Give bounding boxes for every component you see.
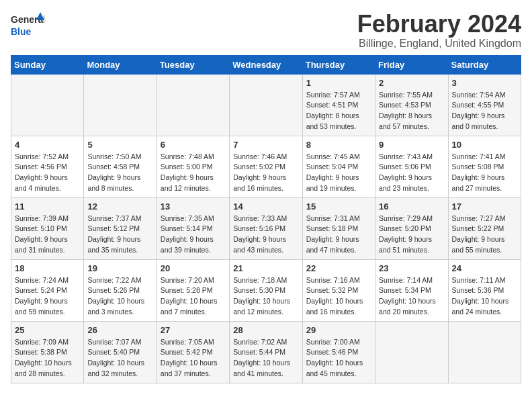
day-number: 7	[233, 140, 298, 150]
week-row-2: 4Sunrise: 7:52 AMSunset: 4:56 PMDaylight…	[11, 136, 521, 197]
calendar-cell: 2Sunrise: 7:55 AMSunset: 4:53 PMDaylight…	[375, 74, 448, 136]
day-number: 3	[452, 78, 517, 88]
calendar-table: SundayMondayTuesdayWednesdayThursdayFrid…	[11, 55, 521, 383]
calendar-cell: 3Sunrise: 7:54 AMSunset: 4:55 PMDaylight…	[448, 74, 521, 136]
day-number: 28	[233, 325, 298, 335]
day-info: Sunrise: 7:52 AMSunset: 4:56 PMDaylight:…	[15, 152, 80, 194]
day-info: Sunrise: 7:39 AMSunset: 5:10 PMDaylight:…	[15, 214, 80, 256]
calendar-cell: 26Sunrise: 7:07 AMSunset: 5:40 PMDayligh…	[84, 321, 157, 383]
day-number: 24	[452, 263, 517, 273]
day-info: Sunrise: 7:29 AMSunset: 5:20 PMDaylight:…	[379, 214, 444, 256]
day-number: 18	[15, 263, 80, 273]
weekday-header-wednesday: Wednesday	[230, 55, 302, 74]
calendar-cell: 24Sunrise: 7:11 AMSunset: 5:36 PMDayligh…	[448, 259, 521, 321]
page-title: February 2024	[357, 11, 521, 38]
week-row-4: 18Sunrise: 7:24 AMSunset: 5:24 PMDayligh…	[11, 259, 521, 321]
day-number: 13	[161, 201, 226, 212]
day-number: 15	[306, 201, 371, 212]
day-number: 4	[15, 140, 80, 150]
calendar-cell: 19Sunrise: 7:22 AMSunset: 5:26 PMDayligh…	[84, 259, 157, 321]
day-info: Sunrise: 7:14 AMSunset: 5:34 PMDaylight:…	[379, 275, 444, 318]
calendar-cell: 1Sunrise: 7:57 AMSunset: 4:51 PMDaylight…	[302, 74, 375, 136]
calendar-cell: 29Sunrise: 7:00 AMSunset: 5:46 PMDayligh…	[302, 321, 375, 383]
day-number: 1	[306, 78, 371, 88]
calendar-cell: 14Sunrise: 7:33 AMSunset: 5:16 PMDayligh…	[230, 197, 302, 259]
day-info: Sunrise: 7:37 AMSunset: 5:12 PMDaylight:…	[87, 214, 152, 256]
calendar-cell: 18Sunrise: 7:24 AMSunset: 5:24 PMDayligh…	[11, 259, 84, 321]
calendar-cell: 20Sunrise: 7:20 AMSunset: 5:28 PMDayligh…	[157, 259, 229, 321]
calendar-cell	[375, 321, 448, 383]
calendar-cell: 17Sunrise: 7:27 AMSunset: 5:22 PMDayligh…	[448, 197, 521, 259]
calendar-cell	[448, 321, 521, 383]
day-info: Sunrise: 7:27 AMSunset: 5:22 PMDaylight:…	[452, 214, 517, 256]
calendar-cell: 5Sunrise: 7:50 AMSunset: 4:58 PMDaylight…	[84, 136, 157, 197]
page-subtitle: Billinge, England, United Kingdom	[357, 38, 521, 50]
day-info: Sunrise: 7:31 AMSunset: 5:18 PMDaylight:…	[306, 214, 371, 256]
calendar-cell: 11Sunrise: 7:39 AMSunset: 5:10 PMDayligh…	[11, 197, 84, 259]
calendar-cell: 23Sunrise: 7:14 AMSunset: 5:34 PMDayligh…	[375, 259, 448, 321]
logo-svg: General Blue	[11, 11, 44, 39]
day-info: Sunrise: 7:35 AMSunset: 5:14 PMDaylight:…	[161, 214, 226, 256]
day-info: Sunrise: 7:54 AMSunset: 4:55 PMDaylight:…	[452, 90, 517, 132]
calendar-cell: 27Sunrise: 7:05 AMSunset: 5:42 PMDayligh…	[157, 321, 229, 383]
calendar-cell: 28Sunrise: 7:02 AMSunset: 5:44 PMDayligh…	[230, 321, 302, 383]
day-info: Sunrise: 7:09 AMSunset: 5:38 PMDaylight:…	[15, 337, 80, 379]
day-number: 10	[452, 140, 517, 150]
svg-text:Blue: Blue	[11, 26, 32, 37]
day-info: Sunrise: 7:43 AMSunset: 5:06 PMDaylight:…	[379, 152, 444, 194]
day-number: 22	[306, 263, 371, 273]
day-number: 9	[379, 140, 444, 150]
calendar-cell	[230, 74, 302, 136]
calendar-cell: 12Sunrise: 7:37 AMSunset: 5:12 PMDayligh…	[84, 197, 157, 259]
weekday-header-thursday: Thursday	[302, 55, 375, 74]
header: General Blue February 2024 Billinge, Eng…	[11, 11, 521, 50]
day-number: 27	[161, 325, 226, 335]
day-info: Sunrise: 7:20 AMSunset: 5:28 PMDaylight:…	[161, 275, 226, 318]
day-info: Sunrise: 7:55 AMSunset: 4:53 PMDaylight:…	[379, 90, 444, 132]
day-info: Sunrise: 7:02 AMSunset: 5:44 PMDaylight:…	[233, 337, 298, 379]
day-info: Sunrise: 7:22 AMSunset: 5:26 PMDaylight:…	[87, 275, 152, 318]
calendar-cell: 4Sunrise: 7:52 AMSunset: 4:56 PMDaylight…	[11, 136, 84, 197]
day-number: 8	[306, 140, 371, 150]
day-number: 2	[379, 78, 444, 88]
day-info: Sunrise: 7:45 AMSunset: 5:04 PMDaylight:…	[306, 152, 371, 194]
day-number: 26	[87, 325, 152, 335]
title-area: February 2024 Billinge, England, United …	[357, 11, 521, 50]
week-row-1: 1Sunrise: 7:57 AMSunset: 4:51 PMDaylight…	[11, 74, 521, 136]
day-info: Sunrise: 7:48 AMSunset: 5:00 PMDaylight:…	[161, 152, 226, 194]
day-number: 23	[379, 263, 444, 273]
calendar-cell	[11, 74, 84, 136]
day-info: Sunrise: 7:00 AMSunset: 5:46 PMDaylight:…	[306, 337, 371, 379]
day-number: 5	[87, 140, 152, 150]
day-number: 17	[452, 201, 517, 212]
day-info: Sunrise: 7:46 AMSunset: 5:02 PMDaylight:…	[233, 152, 298, 194]
calendar-cell: 13Sunrise: 7:35 AMSunset: 5:14 PMDayligh…	[157, 197, 229, 259]
calendar-cell: 9Sunrise: 7:43 AMSunset: 5:06 PMDaylight…	[375, 136, 448, 197]
day-info: Sunrise: 7:41 AMSunset: 5:08 PMDaylight:…	[452, 152, 517, 194]
day-info: Sunrise: 7:05 AMSunset: 5:42 PMDaylight:…	[161, 337, 226, 379]
day-number: 25	[15, 325, 80, 335]
calendar-cell: 10Sunrise: 7:41 AMSunset: 5:08 PMDayligh…	[448, 136, 521, 197]
day-info: Sunrise: 7:50 AMSunset: 4:58 PMDaylight:…	[87, 152, 152, 194]
calendar-cell: 16Sunrise: 7:29 AMSunset: 5:20 PMDayligh…	[375, 197, 448, 259]
day-number: 12	[87, 201, 152, 212]
day-info: Sunrise: 7:11 AMSunset: 5:36 PMDaylight:…	[452, 275, 517, 318]
day-number: 14	[233, 201, 298, 212]
day-info: Sunrise: 7:33 AMSunset: 5:16 PMDaylight:…	[233, 214, 298, 256]
weekday-header-monday: Monday	[84, 55, 157, 74]
calendar-cell	[84, 74, 157, 136]
day-info: Sunrise: 7:16 AMSunset: 5:32 PMDaylight:…	[306, 275, 371, 318]
logo: General Blue	[11, 11, 44, 39]
calendar-cell: 6Sunrise: 7:48 AMSunset: 5:00 PMDaylight…	[157, 136, 229, 197]
week-row-5: 25Sunrise: 7:09 AMSunset: 5:38 PMDayligh…	[11, 321, 521, 383]
calendar-cell: 22Sunrise: 7:16 AMSunset: 5:32 PMDayligh…	[302, 259, 375, 321]
weekday-header-sunday: Sunday	[11, 55, 84, 74]
day-info: Sunrise: 7:24 AMSunset: 5:24 PMDaylight:…	[15, 275, 80, 318]
weekday-header-row: SundayMondayTuesdayWednesdayThursdayFrid…	[11, 55, 521, 74]
day-number: 11	[15, 201, 80, 212]
day-info: Sunrise: 7:07 AMSunset: 5:40 PMDaylight:…	[87, 337, 152, 379]
day-number: 16	[379, 201, 444, 212]
day-number: 6	[161, 140, 226, 150]
day-info: Sunrise: 7:18 AMSunset: 5:30 PMDaylight:…	[233, 275, 298, 318]
weekday-header-friday: Friday	[375, 55, 448, 74]
